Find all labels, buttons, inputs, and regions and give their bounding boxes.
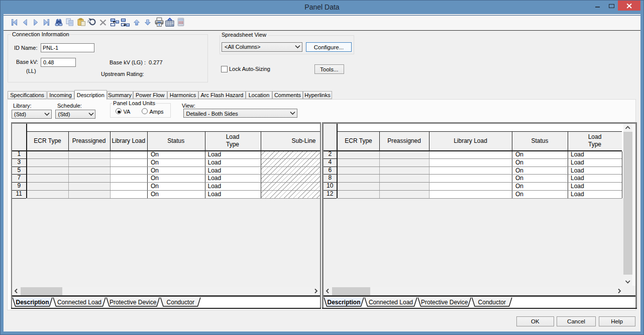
svg-text:Conductor: Conductor	[478, 299, 505, 306]
svg-text:Description: Description	[16, 299, 49, 306]
svg-text:Connected Load: Connected Load	[368, 299, 412, 306]
svg-text:Connected Load: Connected Load	[57, 299, 101, 306]
svg-text:Protective Device: Protective Device	[421, 299, 468, 306]
svg-text:Protective Device: Protective Device	[110, 299, 157, 306]
svg-text:Conductor: Conductor	[167, 299, 194, 306]
svg-text:Description: Description	[327, 299, 360, 306]
